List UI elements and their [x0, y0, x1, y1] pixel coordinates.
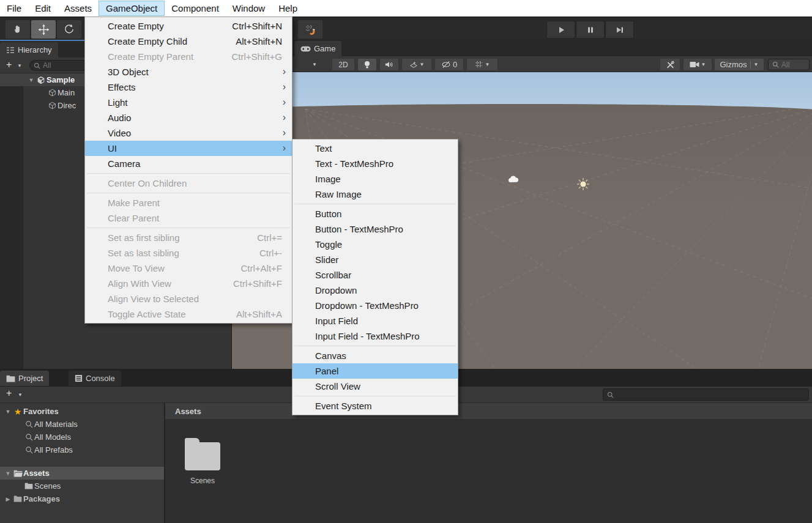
menu-item-input-field-textmeshpro[interactable]: Input Field - TextMeshPro [292, 328, 458, 344]
folder-icon [185, 442, 220, 470]
asset-item-label: Scenes [176, 477, 229, 485]
tab-game-label: Game [314, 44, 335, 53]
tree-item-packages[interactable]: ▶ Packages [0, 492, 164, 505]
menu-item-text-textmeshpro[interactable]: Text - TextMeshPro [292, 156, 458, 171]
hierarchy-create-button[interactable]: + [6, 59, 12, 70]
hierarchy-item-label: Main [58, 88, 75, 97]
project-assets-pane: Assets Scenes [165, 403, 812, 523]
hand-tool-button[interactable] [6, 20, 30, 39]
tree-item-favorites[interactable]: ▼ ★ Favorites [0, 405, 164, 418]
tab-console-label: Console [86, 374, 115, 383]
move-tool-button[interactable] [31, 20, 56, 39]
menu-item-scroll-view[interactable]: Scroll View [292, 379, 458, 394]
menu-item-dropdown[interactable]: Dropdown [292, 283, 458, 298]
tab-console[interactable]: Console [69, 371, 121, 386]
draw-mode-dropdown[interactable]: ▼ [307, 59, 322, 70]
menu-item-label: Light [108, 97, 128, 108]
menu-assets[interactable]: Assets [58, 1, 99, 16]
camera-gizmo-icon[interactable] [507, 175, 519, 184]
hidden-count: 0 [453, 60, 457, 69]
menu-item-button-textmeshpro[interactable]: Button - TextMeshPro [292, 221, 458, 237]
menu-item-3d-object[interactable]: 3D Object› [85, 64, 292, 80]
grid-snap-button[interactable] [298, 20, 322, 39]
project-create-button[interactable]: + [6, 388, 12, 399]
menu-item-dropdown-textmeshpro[interactable]: Dropdown - TextMeshPro [292, 298, 458, 313]
menu-help[interactable]: Help [272, 1, 304, 16]
menu-item-label: Center On Children [108, 178, 187, 188]
menu-item-input-field[interactable]: Input Field [292, 313, 458, 328]
chevron-down-icon: ▼ [312, 62, 317, 67]
menu-separator [87, 228, 290, 228]
submenu-arrow-icon: › [283, 110, 286, 125]
hierarchy-create-dropdown-icon[interactable]: ▼ [17, 63, 22, 69]
menu-item-shortcut: Ctrl+Shift+F [233, 278, 285, 289]
menu-item-create-empty-child[interactable]: Create Empty ChildAlt+Shift+N [85, 34, 292, 49]
menu-item-label: Effects [108, 82, 136, 92]
hidden-objects-button[interactable]: 0 [435, 59, 463, 70]
tree-item-all-materials[interactable]: All Materials [0, 418, 164, 431]
tree-item-label: Assets [23, 469, 50, 478]
menu-item-label: Slider [315, 254, 338, 265]
foldout-triangle-icon[interactable]: ▼ [27, 77, 35, 83]
menu-item-video[interactable]: Video› [85, 125, 292, 141]
assets-breadcrumb: Assets [165, 403, 812, 419]
lighting-toggle-button[interactable] [358, 59, 376, 70]
menu-item-image[interactable]: Image [292, 171, 458, 187]
play-button[interactable] [546, 21, 575, 39]
pause-button[interactable] [576, 21, 605, 39]
project-search-field[interactable] [603, 388, 809, 401]
menu-item-shortcut: Ctrl+- [259, 248, 285, 258]
audio-toggle-button[interactable] [380, 59, 398, 70]
grid-visibility-button[interactable]: ▼ [467, 59, 497, 70]
menu-item-text[interactable]: Text [292, 141, 458, 156]
menu-item-label: Toggle [315, 239, 342, 250]
2d-mode-button[interactable]: 2D [332, 59, 354, 70]
menu-item-audio[interactable]: Audio› [85, 110, 292, 125]
game-view-search-field[interactable] [768, 59, 810, 70]
menu-item-slider[interactable]: Slider [292, 252, 458, 267]
menu-item-effects[interactable]: Effects› [85, 80, 292, 95]
menu-item-panel[interactable]: Panel [292, 363, 458, 379]
menu-item-label: Canvas [315, 351, 346, 361]
directional-light-gizmo-icon[interactable] [576, 177, 590, 191]
wrench-icon [666, 61, 675, 69]
menu-item-create-empty[interactable]: Create EmptyCtrl+Shift+N [85, 18, 292, 34]
scene-tools-button[interactable] [660, 59, 680, 70]
tab-hierarchy[interactable]: Hierarchy [0, 42, 58, 57]
menu-file[interactable]: File [0, 1, 28, 16]
menu-item-ui[interactable]: UI› [85, 141, 292, 156]
tab-game[interactable]: Game [294, 41, 341, 56]
menu-component[interactable]: Component [165, 1, 226, 16]
effects-dropdown-button[interactable]: ▼ [402, 59, 431, 70]
menu-item-light[interactable]: Light› [85, 95, 292, 110]
tree-item-assets[interactable]: ▼ Assets [0, 467, 164, 480]
tree-item-all-prefabs[interactable]: All Prefabs [0, 443, 164, 456]
camera-settings-button[interactable]: ▼ [683, 59, 712, 70]
project-search-input[interactable] [616, 390, 805, 399]
menu-item-camera[interactable]: Camera [85, 156, 292, 171]
menu-item-raw-image[interactable]: Raw Image [292, 187, 458, 202]
game-view-search-input[interactable] [781, 61, 805, 69]
menu-window[interactable]: Window [226, 1, 272, 16]
menu-item-event-system[interactable]: Event System [292, 398, 458, 414]
menu-separator [294, 204, 456, 204]
menu-item-center-on-children: Center On Children [85, 176, 292, 191]
gizmos-dropdown[interactable]: Gizmos ▼ [715, 59, 764, 70]
menu-item-scrollbar[interactable]: Scrollbar [292, 267, 458, 283]
foldout-triangle-icon[interactable]: ▼ [4, 409, 12, 415]
menu-edit[interactable]: Edit [28, 1, 58, 16]
menu-gameobject[interactable]: GameObject [99, 1, 165, 16]
foldout-triangle-icon[interactable]: ▶ [4, 496, 12, 502]
rotate-tool-button[interactable] [57, 20, 81, 39]
tab-project[interactable]: Project [0, 371, 49, 386]
foldout-triangle-icon[interactable]: ▼ [4, 470, 12, 477]
tree-item-all-models[interactable]: All Models [0, 431, 164, 443]
menu-item-toggle[interactable]: Toggle [292, 237, 458, 252]
step-button[interactable] [605, 21, 634, 39]
project-create-dropdown-icon[interactable]: ▼ [18, 392, 23, 398]
menu-item-canvas[interactable]: Canvas [292, 348, 458, 363]
menu-item-button[interactable]: Button [292, 206, 458, 221]
menu-separator [87, 193, 290, 193]
menu-item-clear-parent: Clear Parent [85, 210, 292, 226]
tree-item-scenes[interactable]: Scenes [0, 480, 164, 492]
